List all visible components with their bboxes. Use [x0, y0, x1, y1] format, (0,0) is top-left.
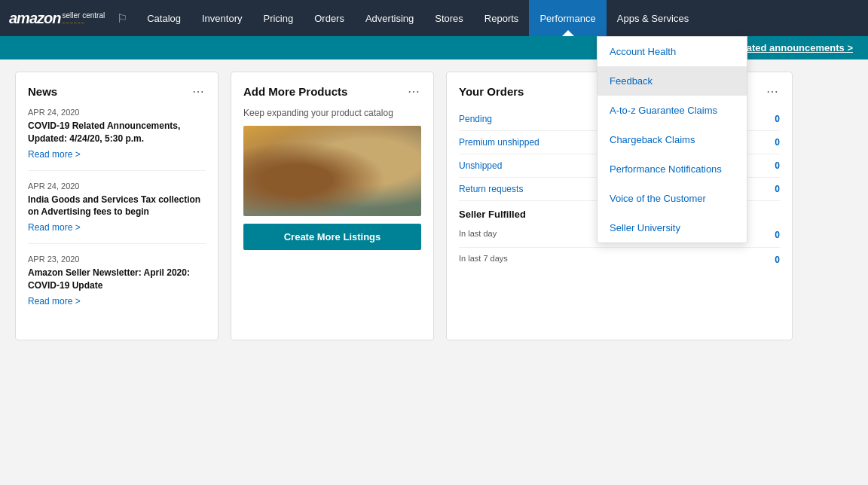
news-date-3: APR 23, 2020	[28, 255, 206, 264]
news-card: News ⋯ APR 24, 2020 COVID-19 Related Ann…	[15, 72, 219, 340]
news-item-1: APR 24, 2020 COVID-19 Related Announceme…	[28, 108, 206, 171]
news-title-2: India Goods and Services Tax collection …	[28, 194, 206, 219]
create-listings-button[interactable]: Create More Listings	[243, 224, 421, 250]
news-date-2: APR 24, 2020	[28, 181, 206, 191]
nav-orders[interactable]: Orders	[304, 0, 355, 36]
nav-pricing[interactable]: Pricing	[252, 0, 304, 36]
orders-section-label-1: In last day	[459, 229, 497, 238]
dropdown-performance-notifications[interactable]: Performance Notifications	[598, 154, 747, 184]
news-card-header: News ⋯	[28, 84, 206, 99]
products-image-inner	[243, 126, 421, 216]
read-more-1[interactable]: Read more >	[28, 149, 81, 160]
read-more-2[interactable]: Read more >	[28, 222, 81, 233]
news-item-2: APR 24, 2020 India Goods and Services Ta…	[28, 181, 206, 245]
orders-section-row-2: In last 7 days 0	[459, 248, 780, 272]
news-item-3: APR 23, 2020 Amazon Seller Newsletter: A…	[28, 255, 206, 317]
logo[interactable]: amazon seller central ~~~~~~	[9, 10, 105, 27]
dropdown-a-to-z[interactable]: A-to-z Guarantee Claims	[598, 96, 747, 125]
nav-catalog[interactable]: Catalog	[136, 0, 191, 36]
news-title-3: Amazon Seller Newsletter: April 2020: CO…	[28, 267, 206, 292]
products-subtitle: Keep expanding your product catalog	[243, 108, 421, 118]
orders-card-title: Your Orders	[459, 85, 524, 98]
products-card-header: Add More Products ⋯	[243, 84, 421, 99]
dropdown-voice-of-customer[interactable]: Voice of the Customer	[598, 184, 747, 213]
add-products-card: Add More Products ⋯ Keep expanding your …	[231, 72, 434, 340]
orders-label-unshipped[interactable]: Unshipped	[459, 160, 502, 171]
orders-value-premium: 0	[775, 137, 780, 148]
nav-stores[interactable]: Stores	[424, 0, 474, 36]
products-card-title: Add More Products	[243, 85, 347, 98]
orders-label-premium[interactable]: Premium unshipped	[459, 137, 539, 148]
orders-value-return: 0	[775, 184, 780, 194]
nav-advertising[interactable]: Advertising	[355, 0, 424, 36]
orders-label-return[interactable]: Return requests	[459, 184, 523, 194]
orders-menu-button[interactable]: ⋯	[766, 84, 780, 99]
news-title-1: COVID-19 Related Announcements, Updated:…	[28, 120, 206, 145]
nav-apps-services[interactable]: Apps & Services	[607, 0, 699, 36]
products-image	[243, 126, 421, 216]
performance-dropdown: Account Health Feedback A-to-z Guarantee…	[597, 36, 747, 243]
orders-section-value-2: 0	[775, 255, 780, 265]
orders-value-unshipped: 0	[775, 160, 780, 171]
orders-label-pending[interactable]: Pending	[459, 114, 492, 124]
read-more-3[interactable]: Read more >	[28, 296, 81, 307]
products-menu-button[interactable]: ⋯	[408, 84, 421, 99]
nav-items: Catalog Inventory Pricing Orders Adverti…	[136, 0, 699, 36]
dropdown-seller-university[interactable]: Seller University	[598, 213, 747, 242]
nav-reports[interactable]: Reports	[474, 0, 530, 36]
amazon-text-icon: amazon	[9, 10, 60, 27]
orders-value-pending: 0	[775, 114, 780, 124]
news-title: News	[28, 85, 57, 98]
news-menu-button[interactable]: ⋯	[192, 84, 206, 99]
top-nav: amazon seller central ~~~~~~ ⚐ Catalog I…	[0, 0, 868, 36]
dropdown-account-health[interactable]: Account Health	[598, 37, 747, 66]
dropdown-feedback[interactable]: Feedback	[598, 66, 747, 96]
news-date-1: APR 24, 2020	[28, 108, 206, 117]
orders-section-label-2: In last 7 days	[459, 254, 508, 263]
nav-inventory[interactable]: Inventory	[191, 0, 252, 36]
dropdown-chargeback[interactable]: Chargeback Claims	[598, 125, 747, 154]
orders-section-value-1: 0	[775, 230, 780, 240]
flag-icon: ⚐	[117, 11, 127, 26]
nav-performance[interactable]: Performance	[529, 0, 606, 36]
